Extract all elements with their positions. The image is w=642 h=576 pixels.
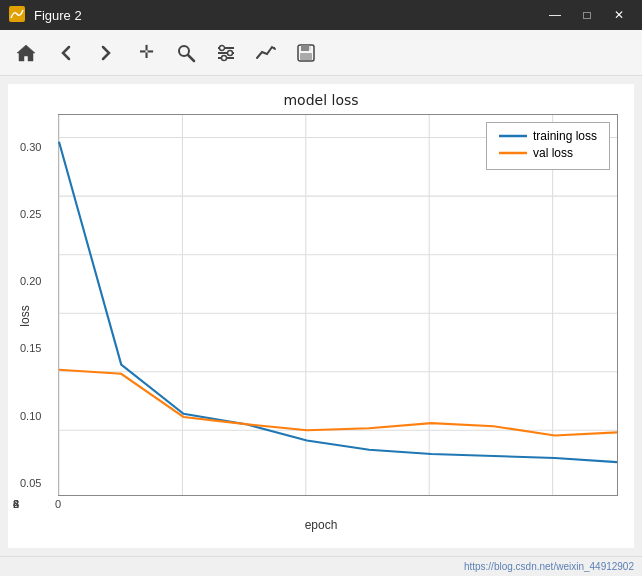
y-tick-label-030: 0.30: [20, 141, 41, 153]
chart-title: model loss: [16, 92, 626, 108]
legend-training-loss-label: training loss: [533, 129, 597, 143]
title-bar-left: Figure 2: [8, 5, 82, 26]
toolbar: ✛: [0, 30, 642, 76]
status-url: https://blog.csdn.net/weixin_44912902: [464, 561, 634, 572]
x-tick-label-8: 8: [13, 498, 19, 510]
window-icon: [8, 5, 26, 26]
val-loss-line: [59, 370, 617, 436]
y-tick-label-005: 0.05: [20, 477, 41, 489]
x-axis-label: epoch: [305, 518, 338, 532]
svg-line-4: [188, 55, 194, 61]
svg-rect-12: [301, 45, 309, 51]
legend-val-loss-label: val loss: [533, 146, 573, 160]
zoom-button[interactable]: [168, 35, 204, 71]
title-bar-controls: — □ ✕: [540, 4, 634, 26]
y-axis-label: loss: [18, 305, 32, 326]
svg-point-9: [228, 50, 233, 55]
svg-point-10: [222, 55, 227, 60]
legend: training loss val loss: [486, 122, 610, 170]
y-tick-label-020: 0.20: [20, 275, 41, 287]
save-button[interactable]: [288, 35, 324, 71]
close-button[interactable]: ✕: [604, 4, 634, 26]
svg-rect-13: [300, 53, 312, 60]
maximize-button[interactable]: □: [572, 4, 602, 26]
x-tick-label-0: 0: [55, 498, 61, 510]
chart-plot-area: [58, 114, 618, 496]
window-title: Figure 2: [34, 8, 82, 23]
forward-button[interactable]: [88, 35, 124, 71]
back-button[interactable]: [48, 35, 84, 71]
legend-training-loss: training loss: [499, 129, 597, 143]
settings-button[interactable]: [208, 35, 244, 71]
status-bar: https://blog.csdn.net/weixin_44912902: [0, 556, 642, 576]
svg-marker-1: [17, 45, 35, 61]
chart-type-button[interactable]: [248, 35, 284, 71]
y-tick-label-010: 0.10: [20, 410, 41, 422]
home-button[interactable]: [8, 35, 44, 71]
svg-rect-14: [309, 46, 311, 50]
pan-button[interactable]: ✛: [128, 35, 164, 71]
training-loss-line: [59, 142, 617, 462]
minimize-button[interactable]: —: [540, 4, 570, 26]
svg-text:✛: ✛: [139, 42, 154, 62]
chart-container: model loss loss: [8, 84, 634, 548]
title-bar: Figure 2 — □ ✕: [0, 0, 642, 30]
svg-point-8: [220, 45, 225, 50]
legend-val-loss: val loss: [499, 146, 597, 160]
y-tick-label-015: 0.15: [20, 342, 41, 354]
y-tick-label-025: 0.25: [20, 208, 41, 220]
